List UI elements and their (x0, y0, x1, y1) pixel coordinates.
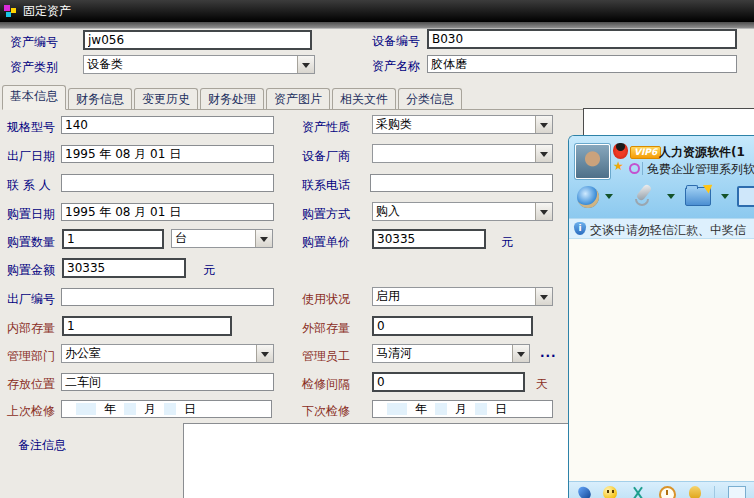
asset-nature-combo[interactable]: 采购类 (372, 115, 553, 134)
internal-stock-label: 内部存量 (7, 320, 55, 337)
purchase-date-label: 购置日期 (7, 206, 55, 223)
qq-message-area[interactable] (569, 239, 754, 481)
chevron-down-icon[interactable] (605, 194, 613, 203)
chevron-down-icon[interactable] (667, 194, 675, 203)
shield-icon (574, 222, 586, 235)
tab-related-files[interactable]: 相关文件 (332, 88, 396, 109)
usage-status-label: 使用状况 (302, 291, 350, 308)
star-icon: ★ (613, 159, 624, 173)
title-strip (0, 22, 754, 29)
avatar[interactable] (575, 144, 610, 179)
emoticon-icon[interactable] (603, 486, 617, 498)
file-transfer-icon[interactable] (685, 187, 711, 206)
asset-category-combo[interactable]: 设备类 (83, 55, 315, 74)
asset-name-label: 资产名称 (372, 58, 420, 75)
asset-name-input[interactable] (427, 55, 737, 73)
window-icon[interactable] (728, 486, 746, 498)
title-bar: 固定资产 (0, 0, 754, 22)
asset-no-input[interactable] (83, 30, 312, 50)
tab-category-info[interactable]: 分类信息 (398, 88, 462, 109)
asset-category-label: 资产类别 (10, 59, 58, 76)
factory-date-input[interactable] (61, 145, 274, 163)
chevron-down-icon[interactable] (535, 145, 552, 162)
manage-dept-label: 管理部门 (7, 348, 55, 365)
purchase-method-combo[interactable]: 购入 (372, 202, 553, 221)
factory-no-label: 出厂编号 (7, 291, 55, 308)
red-penguin-icon (613, 143, 628, 159)
factory-no-input[interactable] (61, 288, 274, 306)
contact-person-label: 联 系 人 (7, 177, 51, 194)
chevron-down-icon[interactable] (297, 56, 314, 73)
vip-badge: VIP6 (630, 146, 661, 159)
purchase-date-input[interactable] (61, 203, 274, 221)
tab-change-history[interactable]: 变更历史 (134, 88, 198, 109)
font-icon[interactable] (576, 484, 594, 498)
screen-share-icon[interactable] (737, 186, 754, 207)
asset-no-label: 资产编号 (10, 34, 58, 51)
purchase-amount-input[interactable] (62, 258, 186, 278)
spec-model-label: 规格型号 (7, 119, 55, 136)
spec-model-input[interactable] (61, 116, 274, 134)
manage-dept-combo[interactable]: 办公室 (61, 344, 274, 363)
external-stock-input[interactable] (372, 316, 533, 336)
header-divider (642, 162, 643, 175)
purchase-qty-label: 购置数量 (7, 234, 55, 251)
manager-more-button[interactable]: ... (540, 346, 557, 360)
remark-label: 备注信息 (18, 437, 66, 454)
chevron-down-icon[interactable] (535, 203, 552, 220)
magnifier-icon (629, 163, 640, 174)
microphone-icon[interactable] (631, 183, 655, 209)
internal-stock-input[interactable] (62, 316, 232, 336)
unit-combo[interactable]: 台 (171, 229, 273, 248)
qq-chat-window: VIP6 人力资源软件(1 ★ 免费企业管理系列软 交谈中请勿轻信汇款、中奖信 (568, 135, 754, 498)
usage-status-combo[interactable]: 启用 (372, 287, 553, 306)
chevron-down-icon[interactable] (721, 194, 729, 203)
tab-basic-info[interactable]: 基本信息 (2, 85, 66, 110)
qq-contact-subtitle: 免费企业管理系列软 (647, 161, 754, 178)
device-no-input[interactable] (427, 29, 737, 49)
chevron-down-icon[interactable] (255, 230, 272, 247)
fixed-assets-window: 固定资产 资产编号 设备编号 资产类别 设备类 资产名称 基本信息 财务信息 变… (0, 0, 754, 498)
manager-label: 管理员工 (302, 348, 350, 365)
service-interval-input[interactable] (372, 372, 525, 392)
tab-asset-picture[interactable]: 资产图片 (266, 88, 330, 109)
chevron-down-icon[interactable] (535, 288, 552, 305)
unit-price-input[interactable] (372, 229, 486, 249)
qq-input-toolbar (569, 481, 754, 498)
storage-location-input[interactable] (61, 373, 274, 391)
qq-notice-text: 交谈中请勿轻信汇款、中奖信 (590, 222, 746, 239)
chevron-down-icon[interactable] (535, 116, 552, 133)
qq-contact-title: 人力资源软件(1 (659, 144, 745, 161)
amount-unit-label: 元 (203, 262, 215, 279)
storage-location-label: 存放位置 (7, 376, 55, 393)
purchase-qty-input[interactable] (62, 229, 164, 249)
chevron-down-icon[interactable] (512, 345, 529, 362)
purchase-amount-label: 购置金额 (7, 262, 55, 279)
history-clock-icon[interactable] (659, 486, 676, 498)
webcam-icon[interactable] (577, 186, 599, 208)
service-interval-label: 检修间隔 (302, 376, 350, 393)
contact-person-input[interactable] (61, 174, 274, 192)
device-no-label: 设备编号 (372, 33, 420, 50)
factory-date-label: 出厂日期 (7, 148, 55, 165)
unit-price-unit-label: 元 (501, 234, 513, 251)
screenshot-icon[interactable] (630, 486, 646, 498)
window-title: 固定资产 (23, 3, 71, 20)
last-service-date-field[interactable]: 年 月 日 (61, 400, 272, 418)
purchase-method-label: 购置方式 (302, 206, 350, 223)
contact-phone-input[interactable] (370, 174, 553, 192)
vendor-label: 设备厂商 (302, 148, 350, 165)
unit-price-label: 购置单价 (302, 234, 350, 251)
next-service-date-field[interactable]: 年 月 日 (372, 400, 553, 418)
toolbar-divider (714, 486, 715, 498)
qq-notice-bar: 交谈中请勿轻信汇款、中奖信 (569, 218, 754, 239)
next-service-label: 下次检修 (302, 403, 350, 420)
tab-finance-process[interactable]: 财务处理 (200, 88, 264, 109)
asset-nature-label: 资产性质 (302, 119, 350, 136)
chevron-down-icon[interactable] (256, 345, 273, 362)
contact-phone-label: 联系电话 (302, 177, 350, 194)
manager-combo[interactable]: 马清河 (372, 344, 530, 363)
nudge-icon[interactable] (689, 486, 701, 498)
tab-finance-info[interactable]: 财务信息 (68, 88, 132, 109)
vendor-combo[interactable] (372, 144, 553, 163)
